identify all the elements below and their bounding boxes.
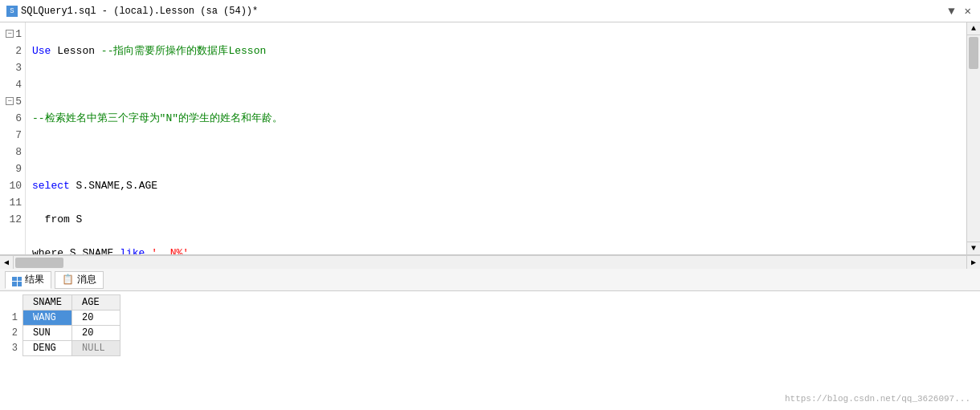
code-line-5: select S.SNAME,S.AGE (32, 177, 960, 194)
tab-results-label: 结果 (25, 273, 44, 286)
scroll-left-btn[interactable]: ◀ (0, 256, 14, 270)
results-table-area: SNAME AGE 1 WANG 20 2 SUN 20 3 DENG (0, 291, 980, 410)
table-row[interactable]: 1 WANG 20 (3, 311, 120, 326)
results-panel: 结果 📋 消息 SNAME AGE 1 WANG 20 (0, 269, 980, 410)
row-num-3: 3 (3, 341, 23, 356)
code-line-3: --检索姓名中第三个字母为"N"的学生的姓名和年龄。 (32, 110, 960, 127)
tab-messages-label: 消息 (77, 273, 96, 286)
hscroll-thumb[interactable] (15, 258, 63, 268)
code-line-4 (32, 144, 960, 160)
line-num-5: − 5 (5, 93, 22, 110)
vertical-scrollbar[interactable]: ▲ ▼ (966, 22, 980, 254)
horizontal-scrollbar[interactable]: ◀ ▶ (0, 255, 980, 269)
line-num-9: 9 (5, 160, 22, 177)
line-num-8: 8 (5, 144, 22, 160)
cell-deng[interactable]: DENG (23, 341, 72, 356)
row-num-2: 2 (3, 326, 23, 341)
line-num-7: 7 (5, 127, 22, 144)
code-line-6: from S (32, 211, 960, 228)
code-line-7: where S.SNAME like '__N%' (32, 245, 960, 254)
line-num-10: 10 (5, 177, 22, 194)
table-row[interactable]: 2 SUN 20 (3, 326, 120, 341)
line-num-11: 11 (5, 194, 22, 211)
row-num-1: 1 (3, 311, 23, 326)
line-num-6: 6 (5, 110, 22, 127)
results-table: SNAME AGE 1 WANG 20 2 SUN 20 3 DENG (3, 294, 120, 356)
col-sname: SNAME (23, 295, 72, 311)
cell-null[interactable]: NULL (72, 341, 120, 356)
results-tabs: 结果 📋 消息 (0, 269, 980, 291)
sql-file-icon: S (6, 6, 18, 17)
title-bar: S SQLQuery1.sql - (local).Lesson (sa (54… (0, 0, 980, 22)
pin-button[interactable]: ▼ (945, 5, 957, 18)
title-bar-controls: ▼ ✕ (945, 4, 974, 18)
scroll-thumb-v[interactable] (969, 37, 978, 69)
scroll-down-btn[interactable]: ▼ (967, 242, 980, 254)
line-num-4: 4 (5, 76, 22, 93)
cell-sun[interactable]: SUN (23, 326, 72, 341)
hscroll-track (14, 256, 966, 269)
watermark: https://blog.csdn.net/qq_3626097... (785, 394, 970, 404)
col-age: AGE (72, 295, 120, 311)
tab-results[interactable]: 结果 (5, 271, 51, 289)
close-button[interactable]: ✕ (962, 4, 974, 18)
title-bar-left: S SQLQuery1.sql - (local).Lesson (sa (54… (6, 6, 258, 17)
editor-area: − 1 2 3 4 − 5 6 7 8 9 10 11 12 Use Lesso… (0, 22, 980, 255)
line-num-12: 12 (5, 211, 22, 228)
table-row[interactable]: 3 DENG NULL (3, 341, 120, 356)
collapse-btn-1[interactable]: − (6, 30, 14, 38)
scroll-up-btn[interactable]: ▲ (967, 22, 980, 35)
cell-wang[interactable]: WANG (23, 311, 72, 326)
line-numbers: − 1 2 3 4 − 5 6 7 8 9 10 11 12 (0, 22, 26, 254)
table-header-row: SNAME AGE (3, 295, 120, 311)
code-line-1: Use Lesson --指向需要所操作的数据库Lesson (32, 43, 960, 59)
cell-20-1[interactable]: 20 (72, 311, 120, 326)
code-content[interactable]: Use Lesson --指向需要所操作的数据库Lesson --检索姓名中第三… (26, 22, 966, 254)
collapse-btn-5[interactable]: − (6, 97, 14, 105)
line-num-2: 2 (5, 43, 22, 59)
scroll-right-btn[interactable]: ▶ (966, 256, 980, 270)
message-icon: 📋 (62, 274, 74, 286)
cell-20-2[interactable]: 20 (72, 326, 120, 341)
line-num-3: 3 (5, 59, 22, 76)
line-num-1: − 1 (5, 26, 22, 43)
tab-messages[interactable]: 📋 消息 (55, 271, 104, 289)
window-title: SQLQuery1.sql - (local).Lesson (sa (54))… (21, 6, 258, 17)
code-line-2 (32, 76, 960, 93)
grid-icon (12, 273, 22, 286)
